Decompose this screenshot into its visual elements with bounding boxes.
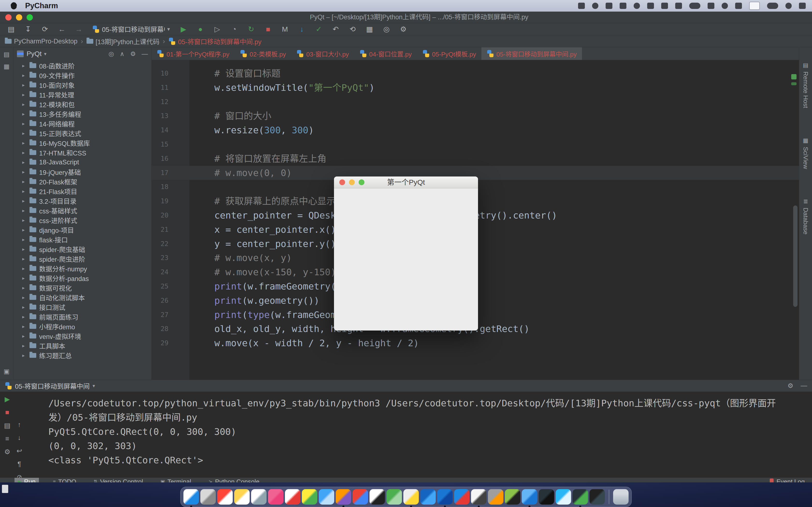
collapse-all-icon[interactable]: ∧	[120, 50, 124, 58]
dock-icon-mail[interactable]	[251, 489, 266, 505]
expand-arrow-icon[interactable]: ▸	[22, 179, 30, 184]
dock-icon-calendar[interactable]	[217, 489, 233, 505]
expand-arrow-icon[interactable]: ▸	[22, 188, 30, 194]
expand-arrow-icon[interactable]: ▸	[22, 130, 30, 136]
project-tree-item[interactable]: ▸11-异常处理	[13, 90, 151, 100]
ide-title-bar[interactable]: PyQt – [~/Desktop/[13期]Python上课代码] – ...…	[0, 12, 812, 23]
project-tree-item[interactable]: ▸自动化测试脚本	[13, 293, 151, 302]
expand-arrow-icon[interactable]: ▸	[22, 121, 30, 126]
vcs-commit-icon[interactable]: ✓	[314, 25, 323, 33]
project-view-title[interactable]: PyQt	[27, 50, 42, 58]
expand-arrow-icon[interactable]: ▸	[22, 246, 30, 252]
marker-icon[interactable]: M	[280, 25, 290, 33]
dock-icon-finder[interactable]	[184, 489, 199, 505]
project-tree-item[interactable]: ▸19-jQuery基础	[13, 167, 151, 177]
stop-icon[interactable]: ■	[263, 25, 273, 33]
project-tree-item[interactable]: ▸3.2-项目目录	[13, 196, 151, 206]
spotlight-icon[interactable]	[722, 3, 728, 9]
keyboard-brightness-icon[interactable]	[647, 3, 654, 9]
expand-arrow-icon[interactable]: ▸	[22, 256, 30, 262]
project-tree-item[interactable]: ▸flask-接口	[13, 235, 151, 244]
expand-arrow-icon[interactable]: ▸	[22, 217, 30, 223]
desktop-file-icon[interactable]	[2, 485, 8, 493]
dock-icon-qq[interactable]	[369, 489, 385, 505]
dock-icon-typora[interactable]	[471, 489, 487, 505]
refresh-icon[interactable]: ⟲	[348, 25, 357, 33]
project-tree-item[interactable]: ▸接口测试	[13, 302, 151, 312]
project-tree-item[interactable]: ▸小程序demo	[13, 322, 151, 331]
project-stripe-icon[interactable]: ▤	[3, 51, 10, 58]
editor-tab[interactable]: 01-第一个PyQt程序.py	[152, 47, 235, 60]
code-line[interactable]: 10# 设置窗口标题	[152, 66, 799, 80]
project-tree-item[interactable]: ▸数据分析-pandas	[13, 273, 151, 283]
project-tree-item[interactable]: ▸数据分析-numpy	[13, 264, 151, 273]
expand-arrow-icon[interactable]: ▸	[22, 333, 30, 339]
close-button[interactable]	[5, 14, 12, 20]
hide-icon[interactable]: —	[142, 50, 148, 58]
diff-icon[interactable]: ▦	[365, 25, 374, 33]
project-tree-item[interactable]: ▸css-进阶样式	[13, 215, 151, 225]
dock-icon-notes[interactable]	[234, 489, 250, 505]
project-tree-item[interactable]: ▸20-Flask框架	[13, 177, 151, 186]
fan-control-icon[interactable]	[592, 3, 598, 9]
restore-layout-icon[interactable]: ▤	[4, 421, 10, 430]
expand-arrow-icon[interactable]: ▸	[22, 208, 30, 213]
expand-arrow-icon[interactable]: ▸	[22, 92, 30, 98]
active-app-name[interactable]: PyCharm	[25, 1, 58, 10]
favorites-stripe-icon[interactable]: ▣	[3, 368, 10, 375]
soft-wrap-icon[interactable]: ↩	[16, 447, 22, 455]
project-tree-item[interactable]: ▸前端页面练习	[13, 312, 151, 322]
project-tree-item[interactable]: ▸spider-爬虫基础	[13, 244, 151, 254]
project-tree-item[interactable]: ▸08-函数进阶	[13, 61, 151, 70]
breadcrumb-item[interactable]: [13期]Python上课代码	[87, 37, 159, 46]
dock-icon-netease-music[interactable]	[522, 489, 537, 505]
breadcrumb-item[interactable]: PyCharmPro-Desktop	[5, 38, 78, 45]
zoom-button[interactable]	[27, 14, 33, 20]
search-everywhere-icon[interactable]: ◎	[382, 25, 391, 33]
project-tree-item[interactable]: ▸工具脚本	[13, 341, 151, 350]
dock-icon-trash[interactable]	[613, 489, 628, 505]
stop-icon[interactable]: ■	[5, 408, 9, 416]
project-tree-item[interactable]: ▸数据可视化	[13, 283, 151, 293]
back-icon[interactable]: ←	[57, 25, 67, 33]
project-tree-item[interactable]: ▸15-正则表达式	[13, 128, 151, 138]
volume-icon[interactable]	[675, 3, 682, 9]
project-tree-item[interactable]: ▸12-模块和包	[13, 100, 151, 109]
clock-icon[interactable]	[767, 3, 778, 9]
save-all-icon[interactable]: ↧	[23, 25, 33, 33]
expand-arrow-icon[interactable]: ▸	[22, 324, 30, 329]
rerun-icon[interactable]: ↻	[246, 25, 256, 33]
run-icon[interactable]: ▶	[179, 25, 188, 33]
time-machine-icon[interactable]	[606, 3, 612, 9]
project-tree-item[interactable]: ▸14-网络编程	[13, 119, 151, 128]
code-line[interactable]: 16# 将窗口放置在屏幕左上角	[152, 152, 799, 166]
dock-icon-docker[interactable]	[556, 489, 571, 505]
settings-icon[interactable]: ⚙	[4, 448, 10, 456]
dock-icon-steam[interactable]	[539, 489, 554, 505]
expand-arrow-icon[interactable]: ▸	[22, 294, 30, 300]
apple-menu-icon[interactable]	[11, 2, 17, 9]
chevron-down-icon[interactable]: ▾	[44, 51, 46, 57]
expand-arrow-icon[interactable]: ▸	[22, 314, 30, 320]
expand-arrow-icon[interactable]: ▸	[22, 343, 30, 349]
editor-tab[interactable]: 04-窗口位置.py	[354, 47, 417, 60]
dock-icon-jike[interactable]	[505, 489, 520, 505]
code-line[interactable]: 12	[152, 95, 799, 109]
project-tree-item[interactable]: ▸练习题汇总	[13, 350, 151, 360]
expand-arrow-icon[interactable]: ▸	[22, 140, 30, 146]
project-tree-item[interactable]: ▸18-JavaScript	[13, 157, 151, 167]
bluetooth-icon[interactable]	[633, 3, 640, 9]
dock-icon-music[interactable]	[268, 489, 284, 505]
dock-icon-firefox[interactable]	[336, 489, 351, 505]
chevron-down-icon[interactable]: ▾	[93, 383, 95, 389]
code-line[interactable]: 14w.resize(300, 300)	[152, 123, 799, 137]
input-method-icon[interactable]	[749, 2, 760, 10]
bartender-icon[interactable]	[578, 3, 585, 9]
rollback-icon[interactable]: ↶	[331, 25, 341, 33]
project-tree-item[interactable]: ▸django-项目	[13, 225, 151, 235]
editor-scrollbar[interactable]	[793, 206, 798, 307]
dock-icon-dictionary[interactable]	[285, 489, 300, 505]
expand-arrow-icon[interactable]: ▸	[22, 275, 30, 281]
project-tree-item[interactable]: ▸venv-虚拟环境	[13, 331, 151, 341]
run-console-output[interactable]: /Users/codetutor.top/python_virtual_env/…	[48, 396, 810, 478]
